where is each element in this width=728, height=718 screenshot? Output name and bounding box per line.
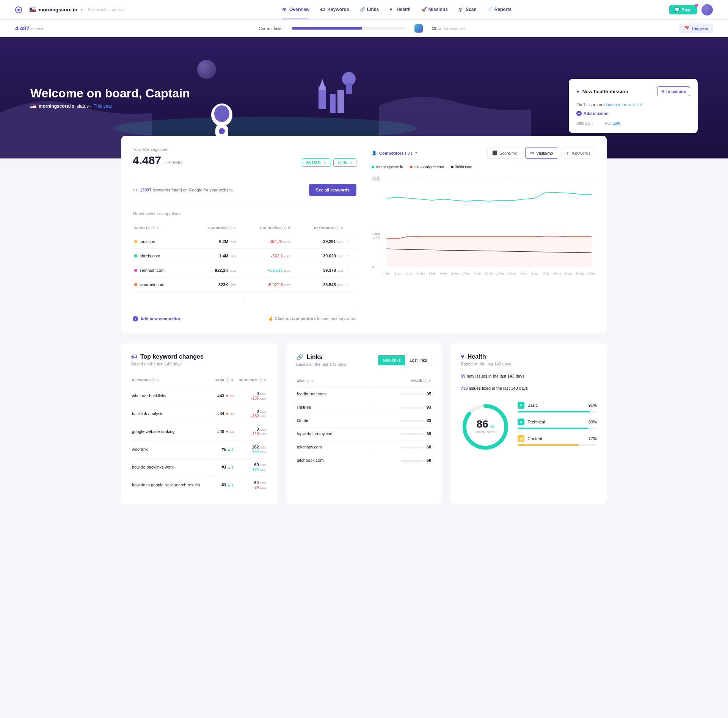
keywords-found-text: 🏷 13097 keywords found on Google for you… xyxy=(133,188,234,192)
col-change[interactable]: CHANGE/MO?⇅ xyxy=(237,222,292,234)
svg-text:1.500: 1.500 xyxy=(372,236,380,239)
score-change-pct[interactable]: +1 %▲▼ xyxy=(333,158,356,167)
legend-item[interactable]: linkio.com xyxy=(451,165,472,169)
health-panel: ♥Health Based on the last 143 days 59 ne… xyxy=(451,343,607,504)
expand-table[interactable]: ⌄ xyxy=(133,292,356,302)
comparison-title: Morningscore comparison xyxy=(133,212,356,216)
svg-text:6 May: 6 May xyxy=(565,272,573,275)
health-category[interactable]: ▤Content77% xyxy=(518,435,597,446)
plus-icon: + xyxy=(133,316,138,321)
all-missions-button[interactable]: All missions xyxy=(657,86,690,96)
table-row[interactable]: ahrefs.com1,4M USD-502,6 USD39.620 -230⋮ xyxy=(133,249,356,263)
link-icon: 🔗 xyxy=(360,7,365,12)
add-switch-website[interactable]: Add or switch website xyxy=(88,8,125,12)
level-label: Current level xyxy=(259,26,282,31)
svg-text:20 Apr: 20 Apr xyxy=(542,272,550,275)
more-icon[interactable]: ⋮ xyxy=(345,234,356,249)
table-row[interactable]: woorank#5 ▲ 8162 USD+84 USD xyxy=(132,441,267,458)
xp-value: 13 xyxy=(432,26,436,31)
nav-scan[interactable]: ◎Scan xyxy=(458,0,477,19)
hero-period: This year xyxy=(94,103,112,109)
svg-text:16 Jan: 16 Jan xyxy=(405,272,413,275)
more-icon[interactable]: ⋮ xyxy=(345,249,356,263)
period-selector[interactable]: 📅 This year xyxy=(679,24,713,33)
table-row[interactable]: semrush.com922,1K USD+39.111 USD39.378 -… xyxy=(133,263,356,277)
health-category[interactable]: ✎Basic91% xyxy=(518,402,597,412)
category-icon: ▤ xyxy=(518,435,524,442)
svg-text:8 Feb: 8 Feb xyxy=(440,272,447,275)
table-row[interactable]: how do backlinks work#3 ▲ 160 USD+24 USD xyxy=(132,458,267,475)
col-rank[interactable]: RANK?⇅ xyxy=(212,375,234,386)
xp-icon xyxy=(414,24,423,33)
period-label: This year xyxy=(691,26,708,31)
col-link[interactable]: LINK?⇅ xyxy=(297,375,370,387)
see-all-keywords-button[interactable]: See all keywords xyxy=(309,184,356,196)
table-row[interactable]: feedburner.com95 xyxy=(297,387,431,400)
svg-text:16 Feb: 16 Feb xyxy=(451,272,459,275)
svg-point-10 xyxy=(219,128,225,134)
table-row[interactable]: tekcrispy.com68 xyxy=(297,441,431,453)
plus-icon: + xyxy=(576,111,582,116)
competitors-dropdown[interactable]: 👤 Competitors ( 3 ) ▼ xyxy=(372,150,417,155)
new-links-tab[interactable]: New links xyxy=(378,355,405,365)
more-icon[interactable]: ⋮ xyxy=(345,263,356,277)
col-website[interactable]: WEBSITE?⇅ xyxy=(133,222,187,234)
link-icon: 🔗 xyxy=(296,353,304,361)
col-score[interactable]: SCORE/MO?⇅ xyxy=(234,375,267,386)
score-change-usd[interactable]: 28 USD▲▼ xyxy=(302,158,330,167)
col-score[interactable]: SCORE/MO?⇅ xyxy=(187,222,237,234)
nav-reports[interactable]: 📄Reports xyxy=(487,0,511,19)
col-keyword[interactable]: KEYWORD?⇅ xyxy=(132,375,211,386)
nav-overview[interactable]: 👁Overview xyxy=(282,0,309,19)
rocket-icon: 🚀 xyxy=(421,7,426,12)
ms-score: 4.487 USD/MO xyxy=(133,154,182,167)
health-mission-card: ♥ New health mission All missions Fix 1 … xyxy=(569,79,698,133)
legend-item[interactable]: site-analyzer.com xyxy=(410,165,444,169)
add-mission-button[interactable]: + Add mission xyxy=(576,111,690,116)
nav-links[interactable]: 🔗Links xyxy=(360,0,379,19)
chart-tab-keywords[interactable]: 🏷Keywords xyxy=(561,147,595,159)
col-value[interactable]: VALUE?⇅ xyxy=(371,375,431,387)
domain-selector[interactable]: morningscore.io ▼ xyxy=(30,7,83,13)
nav-keywords[interactable]: 🏷Keywords xyxy=(320,0,349,19)
nav-health[interactable]: ♥Health xyxy=(389,0,411,19)
tab-icon: 🏷 xyxy=(566,151,570,155)
svg-text:1 Jan: 1 Jan xyxy=(383,272,390,275)
table-row[interactable]: topwebdirectoy.com69 xyxy=(297,427,431,440)
table-row[interactable]: linktr.ee93 xyxy=(297,401,431,413)
click-competitors-hint: ☝ Click on competitors to see their keyw… xyxy=(268,316,356,321)
new-issues-text: 59 new issues in the last 143 days xyxy=(461,374,597,378)
eye-icon: 👁 xyxy=(282,7,287,12)
comparison-table: WEBSITE?⇅ SCORE/MO?⇅ CHANGE/MO?⇅ KEYWORD… xyxy=(133,222,356,292)
health-category[interactable]: ✕Technical89% xyxy=(518,419,597,429)
visits-chart: Clicks4.425Clicks1.50001 Jan8 Jan16 Jan2… xyxy=(372,173,595,279)
mission-description: Fix 1 issue on /da/seo-interne-links/ xyxy=(576,102,690,107)
table-row[interactable]: t3n.de83 xyxy=(297,414,431,426)
links-panel: 🔗Links Based on the last 143 days New li… xyxy=(286,343,442,504)
add-competitor-button[interactable]: + Add new competitor xyxy=(133,316,180,321)
legend-item[interactable]: morningscore.io xyxy=(372,165,403,169)
table-row[interactable]: how does google rank search results#3 ▲ … xyxy=(132,476,267,493)
morningscore-card: Your Morningscore 4.487 USD/MO 28 USD▲▼ … xyxy=(121,136,607,333)
more-icon[interactable]: ⋮ xyxy=(345,277,356,292)
table-row[interactable]: woorank.com323K USD-5.027,6 USD23.545 -9… xyxy=(133,277,356,292)
lost-links-tab[interactable]: Lost links xyxy=(405,355,431,365)
chart-tab-score-mo[interactable]: ⬛Score/mo xyxy=(487,147,522,159)
ms-label: Your Morningscore xyxy=(133,147,182,152)
col-keywords[interactable]: KEYWORDS?⇅ xyxy=(292,222,345,234)
chart-tab-visits-mo[interactable]: 👁Visits/mo xyxy=(525,147,558,159)
svg-text:28 Apr: 28 Apr xyxy=(554,272,562,275)
base-button[interactable]: 💬 Base xyxy=(669,5,697,14)
nav-missions[interactable]: 🚀Missions xyxy=(421,0,448,19)
logo[interactable] xyxy=(15,6,22,13)
overall-label: Overall score xyxy=(475,430,496,434)
domain-name: morningscore.io xyxy=(39,7,77,13)
avatar[interactable] xyxy=(701,4,713,16)
table-row[interactable]: pitchbook.com68 xyxy=(297,454,431,466)
table-row[interactable]: backlink analysis#44 ▼ 330 USD-182 USD xyxy=(132,405,267,422)
heart-icon: ♥ xyxy=(389,7,394,12)
mission-link[interactable]: /da/seo-interne-links/ xyxy=(603,102,642,107)
table-row[interactable]: moz.com6,2M USD-364,7K USD39.291 -430⋮ xyxy=(133,234,356,249)
table-row[interactable]: what are backlinks#43 ▼ 250 USD-235 USD xyxy=(132,387,267,404)
table-row[interactable]: google website ranking#40 ▼ 340 USD-119 … xyxy=(132,423,267,440)
